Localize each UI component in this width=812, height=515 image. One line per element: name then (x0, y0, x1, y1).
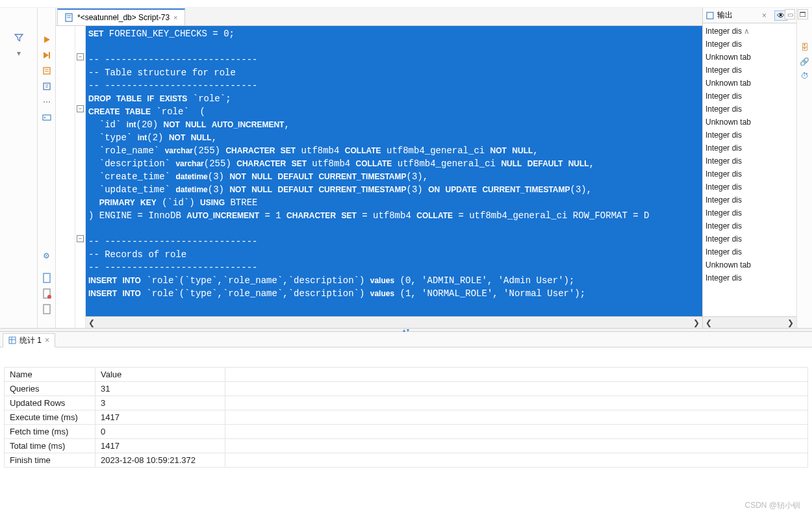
minimize-icon[interactable]: ▭ (785, 9, 795, 19)
dashboard-icon[interactable]: ⏱ (801, 71, 809, 81)
col-value: Value (95, 368, 225, 382)
watermark: CSDN @轫小钏 (744, 500, 800, 511)
output-line: Integer dis (705, 207, 794, 220)
output-line: Integer dis (705, 142, 794, 155)
tab-label: *<seatunnel_db> Script-73 (77, 13, 170, 22)
table-row: Fetch time (ms)0 (5, 425, 808, 439)
scroll-left-icon[interactable]: ❮ (703, 318, 715, 327)
console-icon[interactable] (41, 112, 53, 123)
editor-hscrollbar[interactable]: ❮ ❯ (86, 316, 702, 328)
table-icon (8, 336, 16, 344)
fold-toggle[interactable]: − (77, 235, 84, 242)
svg-rect-0 (44, 68, 50, 74)
output-title: 输出 (717, 10, 759, 21)
fold-toggle[interactable]: − (77, 105, 84, 112)
output-line: Integer dis (705, 155, 794, 168)
sql-file-icon (64, 13, 73, 22)
maximize-icon[interactable]: 🗖 (798, 9, 808, 19)
gear-icon[interactable]: ⚙ (41, 250, 53, 262)
table-row: Execute time (ms)1417 (5, 410, 808, 425)
navigator-gutter: ▾ (0, 8, 38, 328)
tab-script[interactable]: *<seatunnel_db> Script-73 × (57, 8, 185, 25)
svg-rect-2 (43, 115, 51, 120)
output-line: Unknown tab (705, 51, 794, 64)
close-icon[interactable]: × (762, 11, 767, 20)
execute-plan-icon[interactable] (41, 65, 53, 77)
page-warn-icon[interactable] (41, 288, 53, 299)
output-line: Integer dis (705, 129, 794, 142)
stat-value: 1417 (95, 410, 225, 425)
execute-icon[interactable] (41, 34, 53, 45)
output-line: Integer dis (705, 220, 794, 232)
svg-rect-8 (707, 12, 713, 19)
stat-value: 2023-12-08 10:59:21.372 (95, 453, 225, 468)
output-line: Unknown tab (705, 116, 794, 129)
chevron-down-icon[interactable]: ▾ (13, 48, 25, 58)
stats-tab-label: 统计 1 (19, 335, 42, 346)
line-gutter (56, 26, 75, 328)
page-icon[interactable] (41, 272, 53, 284)
explain-icon[interactable] (41, 81, 53, 92)
stat-name: Fetch time (ms) (5, 425, 95, 439)
table-row: Updated Rows3 (5, 396, 808, 410)
stat-name: Total time (ms) (5, 439, 95, 453)
output-panel: 输出 × 👁 ▾ Integer dis ∧Integer disUnknown… (702, 8, 796, 328)
stat-value: 1417 (95, 439, 225, 453)
svg-point-5 (47, 295, 51, 299)
output-line: Integer dis (705, 168, 794, 181)
table-row: Queries31 (5, 382, 808, 396)
right-trim: 🗄 🔗 ⏱ (796, 8, 812, 328)
output-line: Integer dis (705, 103, 794, 116)
output-line: Integer dis (705, 194, 794, 207)
svg-rect-3 (44, 273, 50, 283)
scroll-right-icon[interactable]: ❯ (691, 318, 702, 327)
link-icon[interactable]: 🔗 (800, 57, 809, 66)
output-icon (705, 11, 715, 20)
stat-value: 0 (95, 425, 225, 439)
window-controls: ▭ 🗖 (785, 9, 808, 19)
output-line: Integer dis (705, 181, 794, 194)
execute-script-icon[interactable] (41, 49, 53, 61)
results-tabbar: 统计 1 × (0, 332, 812, 347)
page-link-icon[interactable] (41, 303, 53, 315)
output-line: Integer dis (705, 38, 794, 51)
fold-gutter: − − − (75, 26, 86, 328)
stat-value: 31 (95, 382, 225, 396)
svg-rect-1 (44, 83, 50, 90)
sql-editor[interactable]: SET FOREIGN_KEY_CHECKS = 0; -- ---------… (86, 26, 702, 316)
scroll-left-icon[interactable]: ❮ (86, 318, 97, 327)
output-line: Integer dis (705, 232, 794, 245)
statistics-table: Name Value Queries31Updated Rows3Execute… (0, 347, 812, 515)
output-line: Integer dis (705, 271, 794, 284)
scroll-right-icon[interactable]: ❯ (785, 318, 796, 327)
stat-name: Finish time (5, 453, 95, 468)
stat-name: Queries (5, 382, 95, 396)
output-line: Integer dis (705, 64, 794, 77)
stat-name: Execute time (ms) (5, 410, 95, 425)
fold-toggle[interactable]: − (77, 53, 84, 60)
close-icon[interactable]: × (173, 14, 177, 21)
output-line: Integer dis (705, 90, 794, 103)
stat-value: 3 (95, 396, 225, 410)
output-line: Integer dis ∧ (705, 25, 794, 38)
db-icon[interactable]: 🗄 (801, 43, 809, 52)
editor-toolbar: ⋯ ⚙ (38, 8, 56, 328)
output-line: Unknown tab (705, 258, 794, 271)
more-icon[interactable]: ⋯ (41, 96, 53, 108)
editor-tabbar: *<seatunnel_db> Script-73 × (56, 8, 702, 26)
filter-icon[interactable] (13, 32, 25, 43)
svg-rect-6 (44, 305, 50, 314)
output-line: Unknown tab (705, 77, 794, 90)
col-name: Name (5, 368, 95, 382)
output-line: Integer dis (705, 245, 794, 258)
table-row: Finish time2023-12-08 10:59:21.372 (5, 453, 808, 468)
svg-rect-9 (9, 337, 16, 344)
table-row: Total time (ms)1417 (5, 439, 808, 453)
tab-statistics[interactable]: 统计 1 × (3, 333, 55, 347)
stat-name: Updated Rows (5, 396, 95, 410)
close-icon[interactable]: × (45, 336, 49, 345)
output-hscrollbar[interactable]: ❮ ❯ (703, 316, 796, 328)
